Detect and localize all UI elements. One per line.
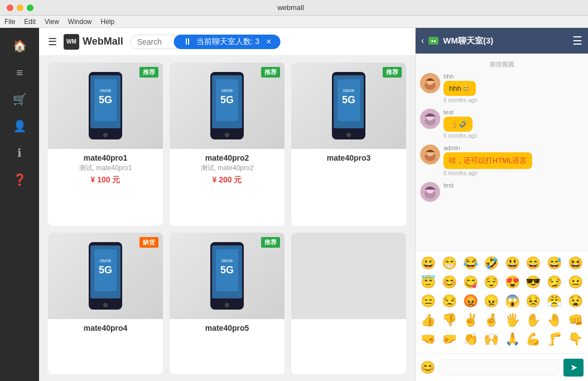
- emoji-thumbsup[interactable]: 👍: [420, 312, 437, 329]
- menu-edit[interactable]: Edit: [24, 18, 36, 26]
- emoji-scream[interactable]: 😱: [504, 293, 521, 310]
- emoji-row-1: 😀 😁 😂 🤣 😃 😄 😅 😆: [418, 255, 586, 272]
- msg-time-2: 6 months ago: [444, 133, 478, 139]
- menu-help[interactable]: Help: [101, 18, 115, 26]
- chat-header: ‹ ●● WM聊天室(3) ☰: [416, 28, 588, 54]
- product-badge-2: 推荐: [261, 67, 280, 78]
- sidebar-item-help[interactable]: ❓: [6, 167, 33, 192]
- emoji-grinning[interactable]: 😀: [420, 255, 437, 272]
- window-controls[interactable]: [7, 4, 33, 11]
- emoji-unamused[interactable]: 😒: [441, 293, 458, 310]
- emoji-confounded[interactable]: 😣: [524, 293, 542, 310]
- emoji-left-fist[interactable]: 🤛: [441, 331, 458, 348]
- emoji-smile[interactable]: 😃: [504, 255, 521, 272]
- emoji-point-down[interactable]: 👇: [567, 331, 584, 348]
- product-card-1[interactable]: 推荐 5G 08/08 mate40pro1 测试, mate40pro1 ¥ …: [48, 62, 163, 226]
- emoji-rofl[interactable]: 🤣: [483, 255, 500, 272]
- chat-banner-icon: ⏸: [183, 37, 192, 47]
- chat-back-button[interactable]: ‹: [421, 36, 424, 46]
- maximize-button[interactable]: [27, 4, 33, 11]
- emoji-innocent[interactable]: 😇: [420, 274, 437, 291]
- header: ☰ WM WebMall ⏸ 当前聊天室人数: 3 ×: [39, 28, 415, 56]
- emoji-hearts[interactable]: 😍: [504, 274, 521, 291]
- product-badge-4: 缺货: [139, 237, 158, 248]
- product-badge-3: 推荐: [383, 67, 402, 78]
- svg-text:08/08: 08/08: [221, 88, 233, 93]
- main-area: ☰ WM WebMall ⏸ 当前聊天室人数: 3 × 推荐: [39, 28, 415, 381]
- emoji-raised-hand[interactable]: ✋: [524, 312, 542, 329]
- emoji-fingers-crossed[interactable]: 🤞: [483, 312, 500, 329]
- emoji-muscle[interactable]: 💪: [524, 331, 542, 348]
- emoji-expressionless[interactable]: 😑: [420, 293, 437, 310]
- product-badge-1: 推荐: [139, 67, 158, 78]
- chat-menu-button[interactable]: ☰: [572, 34, 582, 47]
- emoji-fist[interactable]: 👊: [567, 312, 584, 329]
- emoji-smirk[interactable]: 😏: [546, 274, 563, 291]
- msg-bubble-3: 哇，还可以打HTML语言: [444, 152, 532, 169]
- product-info-3: mate40pro3: [291, 149, 406, 169]
- menu-file[interactable]: File: [4, 18, 15, 26]
- send-button[interactable]: ➤: [563, 359, 584, 377]
- product-info-1: mate40pro1 测试, mate40pro1 ¥ 100 元: [48, 149, 163, 191]
- emoji-relieved[interactable]: 😌: [483, 274, 500, 291]
- sidebar-item-user[interactable]: 👤: [6, 114, 33, 138]
- product-card-2[interactable]: 推荐 5G 08/08 mate40pro2 测试, mate40pro2 ¥ …: [170, 62, 285, 226]
- emoji-neutral[interactable]: 😐: [567, 274, 584, 291]
- product-card-4[interactable]: 缺货 5G 08/08 mate40pro4: [48, 233, 163, 374]
- sidebar-item-home[interactable]: 🏠: [6, 33, 33, 58]
- product-info-6: [291, 319, 406, 329]
- emoji-sweat[interactable]: 😅: [546, 255, 563, 272]
- emoji-yum[interactable]: 😋: [462, 274, 479, 291]
- sidebar-item-cart[interactable]: 🛒: [6, 87, 33, 112]
- emoji-row-4: 👍 👎 ✌ 🤞 🖐 ✋ 🤚 👊: [418, 312, 586, 329]
- close-button[interactable]: [7, 4, 13, 11]
- product-name-3: mate40pro3: [298, 153, 399, 162]
- product-price-1: ¥ 100 元: [55, 175, 156, 185]
- product-info-5: mate40pro5: [170, 319, 285, 339]
- emoji-laughing[interactable]: 😆: [567, 255, 584, 272]
- svg-point-17: [346, 133, 351, 137]
- sidebar-item-info[interactable]: ℹ: [6, 141, 33, 165]
- chat-panel: ‹ ●● WM聊天室(3) ☰ 前排围观: [415, 28, 588, 381]
- chat-text-input[interactable]: [440, 359, 559, 375]
- product-card-3[interactable]: 推荐 5G 08/08 mate40pro3: [291, 62, 406, 226]
- emoji-blushing[interactable]: 😊: [441, 274, 458, 291]
- emoji-trigger-button[interactable]: 😊: [420, 360, 435, 375]
- emoji-clap[interactable]: 👏: [462, 331, 479, 348]
- menu-bar: File Edit View Window Help: [0, 16, 588, 28]
- msg-content-4: test: [444, 182, 454, 190]
- emoji-thumbsdown[interactable]: 👎: [441, 312, 458, 329]
- hamburger-icon[interactable]: ☰: [48, 36, 57, 48]
- emoji-right-fist[interactable]: 🤜: [420, 331, 437, 348]
- menu-window[interactable]: Window: [68, 18, 92, 26]
- msg-time-1: 6 months ago: [444, 97, 478, 103]
- product-badge-5: 推荐: [261, 237, 280, 248]
- chat-banner-close[interactable]: ×: [266, 37, 271, 47]
- emoji-victory[interactable]: ✌: [462, 312, 479, 329]
- emoji-rage[interactable]: 😠: [483, 293, 500, 310]
- menu-view[interactable]: View: [45, 18, 59, 26]
- product-card-5[interactable]: 推荐 5G 08/08 mate40pro5: [170, 233, 285, 374]
- minimize-button[interactable]: [17, 4, 23, 11]
- product-name-4: mate40pro4: [55, 324, 156, 332]
- emoji-hand[interactable]: 🖐: [504, 312, 521, 329]
- emoji-persevering[interactable]: 😤: [546, 293, 563, 310]
- emoji-cool[interactable]: 😎: [524, 274, 542, 291]
- emoji-pray[interactable]: 🙏: [504, 331, 521, 348]
- emoji-grinsweat[interactable]: 😄: [524, 255, 542, 272]
- sidebar-item-menu[interactable]: ≡: [6, 60, 33, 85]
- emoji-grin[interactable]: 😁: [441, 255, 458, 272]
- emoji-anguished[interactable]: 😧: [567, 293, 584, 310]
- logo-area: WM WebMall: [64, 34, 123, 50]
- chat-messages: 前排围观 hhh hhh😊 6 months ago: [416, 54, 588, 251]
- msg-bubble-2: 👍🤣: [444, 117, 473, 132]
- emoji-joy[interactable]: 😂: [462, 255, 479, 272]
- title-bar: webmall: [0, 0, 588, 16]
- emoji-leg[interactable]: 🦵: [546, 331, 563, 348]
- emoji-back-hand[interactable]: 🤚: [546, 312, 563, 329]
- emoji-angry[interactable]: 😡: [462, 293, 479, 310]
- emoji-open-hands[interactable]: 🙌: [483, 331, 500, 348]
- product-card-6[interactable]: [291, 233, 406, 374]
- product-name-1: mate40pro1: [55, 153, 156, 162]
- msg-content-2: test 👍🤣 6 months ago: [444, 109, 478, 139]
